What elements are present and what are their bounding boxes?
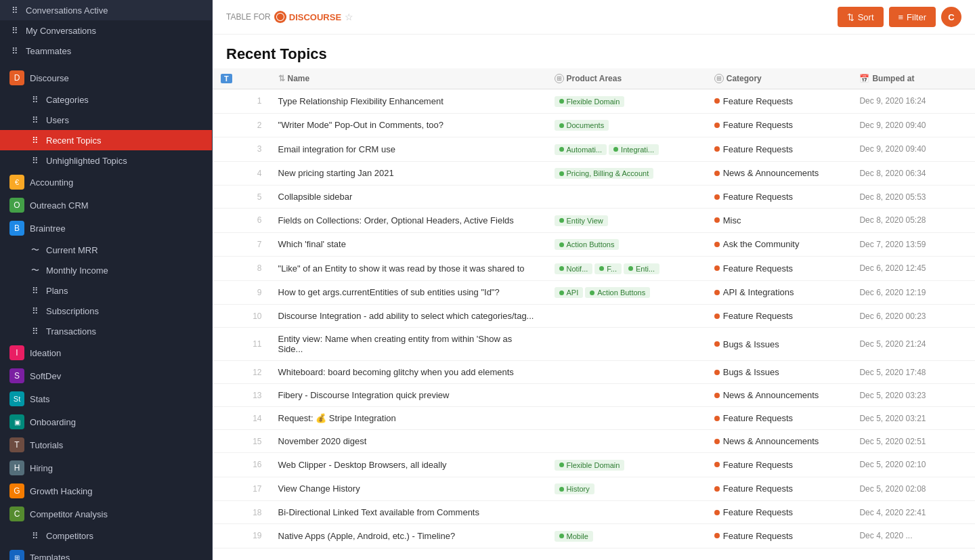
sidebar-item-teammates[interactable]: Teammates xyxy=(0,41,212,61)
cell-category: Feature Requests xyxy=(706,257,852,281)
sidebar-group-growth-hacking[interactable]: G Growth Hacking xyxy=(0,479,212,502)
sidebar-group-softdev[interactable]: S SoftDev xyxy=(0,364,212,387)
cell-name: Type Relationship Flexibility Enhancemen… xyxy=(270,89,546,114)
table-row[interactable]: 5Collapsible sidebarFeature RequestsDec … xyxy=(213,186,975,209)
sidebar-item-my-conversations[interactable]: My Conversations xyxy=(0,20,212,41)
tag-dot xyxy=(559,462,564,467)
tag-dot xyxy=(559,487,564,492)
sidebar-group-hiring[interactable]: H Hiring xyxy=(0,456,212,479)
table-row[interactable]: 18Bi-Directional Linked Text available f… xyxy=(213,501,975,524)
cell-type xyxy=(213,113,242,137)
table-row[interactable]: 2"Writer Mode" Pop-Out in Comments, too?… xyxy=(213,113,975,137)
th-bumped-at[interactable]: 📅 Bumped at xyxy=(851,68,975,89)
cell-category: Bugs & Issues xyxy=(706,361,852,384)
sidebar-group-ideation[interactable]: I Ideation xyxy=(0,341,212,364)
sidebar-group-discourse[interactable]: D Discourse xyxy=(0,66,212,89)
sidebar-item-current-mrr[interactable]: 〜 Current MRR xyxy=(0,240,212,260)
sidebar-item-monthly-income[interactable]: 〜 Monthly Income xyxy=(0,260,212,280)
sidebar-group-outreach-crm[interactable]: O Outreach CRM xyxy=(0,194,212,217)
tag-badge: F... xyxy=(594,263,622,274)
sidebar-item-plans[interactable]: Plans xyxy=(0,280,212,301)
cell-product-areas: Flexible Domain xyxy=(546,89,706,114)
cell-product-areas xyxy=(546,361,706,384)
table-row[interactable]: 7Which 'final' stateAction ButtonsAsk th… xyxy=(213,232,975,257)
category-text: Feature Requests xyxy=(723,531,793,541)
th-type: T xyxy=(213,68,242,89)
sidebar-item-competitors[interactable]: Competitors xyxy=(0,525,212,546)
topics-table: T ⇅ Name ⊞ Product Areas xyxy=(213,68,975,548)
cell-bumped-at: Dec 5, 2020 03:23 xyxy=(851,384,975,407)
cell-product-areas xyxy=(546,430,706,453)
cell-category: Feature Requests xyxy=(706,407,852,430)
table-body: 1Type Relationship Flexibility Enhanceme… xyxy=(213,89,975,548)
table-row[interactable]: 6Fields on Collections: Order, Optional … xyxy=(213,209,975,233)
cell-type xyxy=(213,257,242,281)
sidebar-item-transactions[interactable]: Transactions xyxy=(0,321,212,341)
star-icon[interactable]: ☆ xyxy=(345,12,353,22)
cell-bumped-at: Dec 8, 2020 06:34 xyxy=(851,161,975,186)
cell-name: Whiteboard: board becoming glitchy when … xyxy=(270,361,546,384)
tag-dot xyxy=(559,290,564,295)
table-row[interactable]: 12Whiteboard: board becoming glitchy whe… xyxy=(213,361,975,384)
cell-bumped-at: Dec 5, 2020 03:21 xyxy=(851,407,975,430)
filter-button[interactable]: ≡ Filter xyxy=(889,7,936,27)
table-row[interactable]: 8"Like" of an Entity to show it was read… xyxy=(213,257,975,281)
sidebar-item-recent-topics[interactable]: Recent Topics xyxy=(0,130,212,150)
cell-category: News & Announcements xyxy=(706,384,852,407)
sidebar-item-users[interactable]: Users xyxy=(0,110,212,130)
page-title: Recent Topics xyxy=(226,45,961,63)
table-row[interactable]: 1Type Relationship Flexibility Enhanceme… xyxy=(213,89,975,114)
th-name[interactable]: ⇅ Name xyxy=(270,68,546,89)
sidebar-group-accounting[interactable]: € Accounting xyxy=(0,171,212,194)
table-row[interactable]: 4New pricing starting Jan 2021Pricing, B… xyxy=(213,161,975,186)
user-avatar[interactable]: C xyxy=(941,7,961,27)
cell-name: Email integration for CRM use xyxy=(270,137,546,162)
sidebar-group-competitor-analysis[interactable]: C Competitor Analysis xyxy=(0,502,212,525)
dots-icon xyxy=(30,530,41,541)
dots-icon xyxy=(30,114,41,125)
category-text: Feature Requests xyxy=(723,144,793,154)
sort-button[interactable]: ⇅ Sort xyxy=(838,7,884,27)
table-row[interactable]: 19Native Apps (Apple, Android, etc.) - T… xyxy=(213,524,975,548)
sidebar-item-label: Teammates xyxy=(26,46,71,56)
sidebar-item-subscriptions[interactable]: Subscriptions xyxy=(0,301,212,321)
sidebar-group-tutorials[interactable]: T Tutorials xyxy=(0,433,212,456)
cell-rownum: 5 xyxy=(242,186,270,209)
category-text: Feature Requests xyxy=(723,192,793,202)
cell-bumped-at: Dec 8, 2020 05:53 xyxy=(851,186,975,209)
table-row[interactable]: 16Web Clipper - Desktop Browsers, all id… xyxy=(213,453,975,477)
sidebar: Conversations Active My Conversations Te… xyxy=(0,0,213,560)
sidebar-group-stats[interactable]: St Stats xyxy=(0,387,212,410)
sidebar-item-categories[interactable]: Categories xyxy=(0,89,212,110)
cell-category: Feature Requests xyxy=(706,305,852,328)
discourse-logo[interactable]: DISCOURSE xyxy=(274,11,341,23)
sidebar-group-templates[interactable]: ⊞ Templates xyxy=(0,546,212,560)
tag-badge: Documents xyxy=(555,120,609,131)
sidebar-item-label: Recent Topics xyxy=(46,135,101,146)
table-wrapper[interactable]: T ⇅ Name ⊞ Product Areas xyxy=(213,68,975,560)
dots-icon xyxy=(30,326,41,337)
sidebar-item-unhighlighted-topics[interactable]: Unhighlighted Topics xyxy=(0,150,212,171)
dots-icon xyxy=(30,94,41,105)
sidebar-group-onboarding[interactable]: ▣ Onboarding xyxy=(0,410,212,433)
table-row[interactable]: 9How to get args.currentEntities of sub … xyxy=(213,280,975,305)
cell-name: Fibery - Discourse Integration quick pre… xyxy=(270,384,546,407)
table-row[interactable]: 3Email integration for CRM useAutomati..… xyxy=(213,137,975,162)
table-row[interactable]: 10Discourse Integration - add ability to… xyxy=(213,305,975,328)
page-header: Recent Topics xyxy=(213,35,975,68)
cell-type xyxy=(213,137,242,162)
sort-icon: ⇅ xyxy=(847,12,854,22)
sidebar-group-braintree[interactable]: B Braintree xyxy=(0,217,212,240)
sidebar-item-conversations-active[interactable]: Conversations Active xyxy=(0,0,212,20)
cell-bumped-at: Dec 6, 2020 12:19 xyxy=(851,280,975,305)
category-dot xyxy=(714,146,720,152)
table-row[interactable]: 17View Change HistoryHistoryFeature Requ… xyxy=(213,477,975,501)
table-row[interactable]: 11Entity view: Name when creating entity… xyxy=(213,328,975,361)
table-row[interactable]: 13Fibery - Discourse Integration quick p… xyxy=(213,384,975,407)
table-row[interactable]: 15November 2020 digestNews & Announcemen… xyxy=(213,430,975,453)
cell-bumped-at: Dec 4, 2020 22:41 xyxy=(851,501,975,524)
th-product-areas[interactable]: ⊞ Product Areas xyxy=(546,68,706,89)
th-category[interactable]: ⊞ Category xyxy=(706,68,852,89)
table-row[interactable]: 14Request: 💰 Stripe IntegrationFeature R… xyxy=(213,407,975,430)
softdev-group-icon: S xyxy=(9,368,24,383)
